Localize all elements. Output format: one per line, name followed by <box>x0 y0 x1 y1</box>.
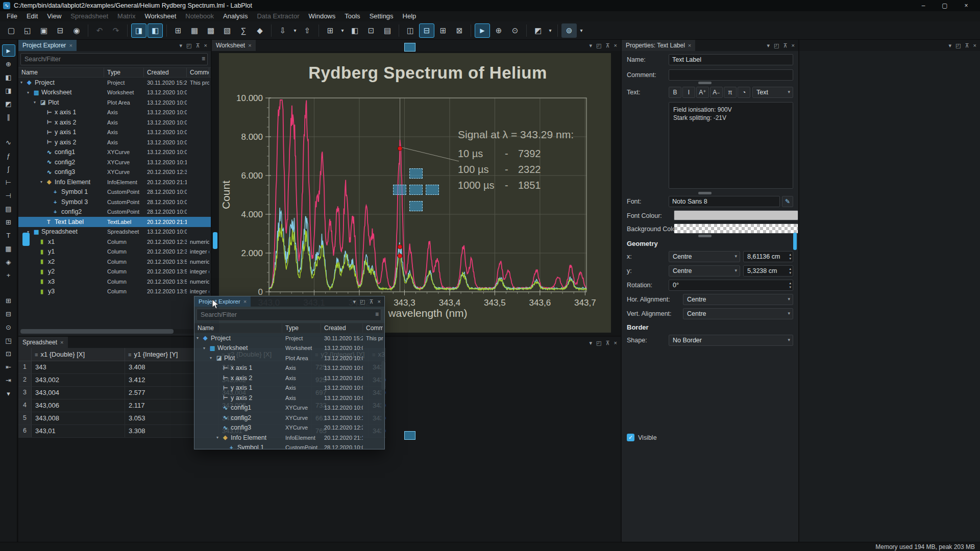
zoom-out-tool[interactable]: ⊟ <box>2 308 15 320</box>
spin-arrows-icon[interactable]: ▴▾ <box>789 281 791 289</box>
tree-row-config3[interactable]: ∿config3XYCurve20.12.2020 12:39 <box>18 167 211 178</box>
tree-row-x1[interactable]: ▮x1Column20.12.2020 12:39numerical <box>18 237 211 247</box>
add-y-axis-tool[interactable]: ⊣ <box>2 189 15 202</box>
menu-notebook[interactable]: Notebook <box>181 11 218 21</box>
bold-button[interactable]: B <box>669 87 681 98</box>
new-matrix-button[interactable]: ▩ <box>203 23 218 38</box>
tree-row-symbol-1[interactable]: +Symbol 1CustomPoint28.12.2020 10:06 <box>18 187 211 197</box>
new-worksheet-button[interactable]: ▧ <box>219 23 235 38</box>
sheet-column-header-x1-double-x[interactable]: ≡x1 {Double} [X] <box>32 348 125 361</box>
text-mode-combo[interactable]: Text ▾ <box>752 87 793 98</box>
menu-analysis[interactable]: Analysis <box>218 11 252 21</box>
dock-pin-icon[interactable]: ⊼ <box>965 42 969 49</box>
dock-close-icon[interactable]: × <box>973 42 976 49</box>
x-position-combo[interactable]: Centre ▾ <box>669 251 740 262</box>
column-header-type[interactable]: Type <box>282 323 321 333</box>
add-text-label-tool[interactable]: T <box>2 229 15 241</box>
close-icon[interactable]: × <box>248 42 251 48</box>
column-header-commen[interactable]: Commen <box>187 68 209 77</box>
search-filter-input[interactable] <box>197 309 381 321</box>
selection-handle-bottom[interactable] <box>404 431 415 440</box>
tree-row-x2[interactable]: ▮x2Column20.12.2020 13:55numerical <box>18 257 211 267</box>
font-colour-swatch[interactable] <box>674 210 798 220</box>
add-plot-button[interactable]: ⊞ <box>323 23 338 38</box>
spin-arrows-icon[interactable]: ▴▾ <box>789 253 791 261</box>
tab-spreadsheet[interactable]: Spreadsheet× <box>18 337 68 348</box>
import-dropdown[interactable]: ▾ <box>291 23 299 38</box>
tab-project-explorer[interactable]: Project Explorer× <box>194 296 251 307</box>
tree-row-worksheet[interactable]: ▾▥WorksheetWorksheet13.12.2020 10:01 <box>194 343 384 354</box>
font-picker-button[interactable]: ✎ <box>782 196 793 207</box>
dock-close-icon[interactable]: × <box>614 42 617 49</box>
add-image-tool[interactable]: ▦ <box>2 242 15 255</box>
menu-windows[interactable]: Windows <box>304 11 340 21</box>
worksheet-page[interactable]: 343,0343,1343,2343,3343,4343,5343,6343,7… <box>219 53 611 333</box>
expander-icon[interactable]: ▾ <box>203 346 210 350</box>
tree-row-config2[interactable]: +config2CustomPoint28.12.2020 10:06 <box>18 207 211 217</box>
zoom-x-selection-tool[interactable]: ◨ <box>2 84 15 96</box>
name-field[interactable]: Text Label <box>669 54 793 65</box>
visible-checkbox[interactable]: ✓ <box>627 434 634 441</box>
add-curve-tool[interactable]: ∿ <box>2 136 15 148</box>
column-header-created[interactable]: Created <box>321 323 363 333</box>
table-cell[interactable]: 343 <box>32 361 125 373</box>
dock-close-icon[interactable]: × <box>614 340 617 346</box>
shift-left-tool[interactable]: ⇤ <box>2 361 15 373</box>
dock-menu-icon[interactable]: ▾ <box>949 42 952 49</box>
selection-handle-top[interactable] <box>404 43 415 52</box>
italic-button[interactable]: I <box>682 87 695 98</box>
dock-pin-icon[interactable]: ⊼ <box>783 42 788 49</box>
splitter-grip[interactable] <box>698 192 712 194</box>
tree-row-plot[interactable]: ▾◪PlotPlot Area13.12.2020 10:01 <box>18 97 211 108</box>
dock-close-icon[interactable]: × <box>792 42 795 49</box>
tree-row-x-axis-1[interactable]: ⊢x axis 1Axis13.12.2020 10:01 <box>194 363 384 373</box>
tree-row-y2[interactable]: ▮y2Column20.12.2020 13:55integer da <box>18 267 211 277</box>
tree-row-y-axis-1[interactable]: ⊢y axis 1Axis13.12.2020 10:01 <box>18 128 211 138</box>
zoom-y-selection-tool[interactable]: ◩ <box>2 97 15 110</box>
cartesian-zoom-button[interactable]: ◩ <box>530 23 546 38</box>
insert-symbol-button[interactable]: π <box>724 87 737 98</box>
column-header-created[interactable]: Created <box>144 68 187 77</box>
add-plot-dropdown[interactable]: ▾ <box>339 23 346 38</box>
vert-alignment-combo[interactable]: Centre ▾ <box>683 308 793 319</box>
dock-float-icon[interactable]: ◰ <box>774 42 779 49</box>
close-icon[interactable]: × <box>243 298 247 305</box>
add-plot-area-tool[interactable]: ⊞ <box>2 216 15 228</box>
table-cell[interactable]: 343,006 <box>32 399 125 412</box>
column-header-type[interactable]: Type <box>104 68 144 77</box>
tab-worksheet[interactable]: Worksheet × <box>212 40 256 51</box>
data-extractor-button[interactable]: ◆ <box>252 23 267 38</box>
table-cell[interactable]: 343,004 <box>32 387 125 399</box>
dock-menu-icon[interactable]: ▾ <box>180 42 183 49</box>
marker-point[interactable] <box>398 146 402 151</box>
navigation-tool[interactable]: ⊕ <box>2 58 15 70</box>
print-preview-button[interactable]: ◉ <box>69 23 84 38</box>
selection-handle[interactable] <box>409 201 423 211</box>
add-legend-tool[interactable]: ▤ <box>2 203 15 215</box>
zoom-mode-button[interactable]: ⊙ <box>507 23 523 38</box>
split-top-bottom-button[interactable]: ⊟ <box>419 23 434 38</box>
table-cell[interactable]: 343,01 <box>32 425 125 437</box>
close-icon[interactable]: × <box>69 42 72 48</box>
dock-menu-icon[interactable]: ▾ <box>590 340 593 346</box>
tree-row-project[interactable]: ▾◆ProjectProject30.11.2020 15:23This pro… <box>194 333 384 343</box>
menu-spreadsheet[interactable]: Spreadsheet <box>66 11 113 21</box>
font-smaller-button[interactable]: A₋ <box>710 87 723 98</box>
zoom-in-tool[interactable]: ⊞ <box>2 294 15 307</box>
dock-menu-icon[interactable]: ▾ <box>767 42 770 49</box>
select-mode-button[interactable]: ► <box>475 23 490 38</box>
expander-icon[interactable]: ▾ <box>216 435 223 440</box>
minimize-button[interactable]: – <box>913 0 934 11</box>
filter-icon[interactable]: ≡ <box>202 55 205 62</box>
tree-row-config2[interactable]: ∿config2XYCurve13.12.2020 10:11 <box>194 413 384 423</box>
export-button[interactable]: ⇧ <box>300 23 315 38</box>
add-integration-tool[interactable]: ∫ <box>2 163 15 175</box>
cursor-tool[interactable]: ∥ <box>2 111 15 123</box>
tree-row-y3[interactable]: ▮y3Column20.12.2020 13:56integer da <box>18 287 211 297</box>
toolbar-overflow-button[interactable]: ▾ <box>2 387 15 399</box>
insert-datetime-button[interactable]: ◔ <box>738 87 750 98</box>
dock-pin-icon[interactable]: ⊼ <box>606 42 610 49</box>
expander-icon[interactable]: ▾ <box>210 356 216 360</box>
splitter-grip[interactable] <box>698 82 712 84</box>
tree-row-y-axis-2[interactable]: ⊢y axis 2Axis13.12.2020 10:01 <box>18 137 211 147</box>
